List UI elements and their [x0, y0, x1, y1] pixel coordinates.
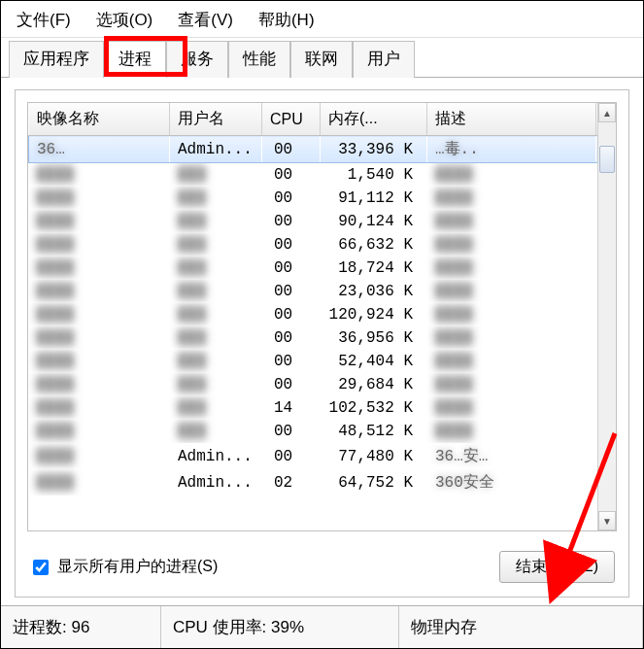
cell-image-name: ████ — [29, 373, 170, 396]
scrollbar-track[interactable] — [598, 122, 616, 511]
cell-user-name: ███ — [170, 350, 262, 373]
table-row[interactable]: ███████0048,512 K████ — [29, 420, 616, 443]
cell-user-name: Admin... — [170, 443, 262, 469]
cell-memory: 64,752 K — [321, 469, 427, 495]
table-row[interactable]: ███████0018,724 K████ — [29, 256, 616, 280]
table-row[interactable]: ███████0090,124 K████ — [29, 210, 616, 233]
tab-applications[interactable]: 应用程序 — [9, 41, 104, 78]
cell-description: ████ — [427, 280, 596, 303]
cell-image-name: ████ — [29, 420, 170, 443]
col-header-user[interactable]: 用户名 — [170, 103, 262, 136]
cell-cpu: 02 — [262, 469, 321, 495]
status-process-count: 进程数: 96 — [1, 606, 161, 648]
cell-memory: 36,956 K — [321, 326, 427, 350]
table-row[interactable]: ████Admin...0077,480 K36…安… — [29, 443, 616, 469]
status-process-label: 进程数: — [13, 618, 67, 636]
process-table: 映像名称 用户名 CPU 内存(... 描述 36…Admin...0033,3… — [28, 103, 616, 495]
tab-users[interactable]: 用户 — [353, 41, 415, 78]
cell-memory: 90,124 K — [321, 210, 427, 233]
processes-panel: 映像名称 用户名 CPU 内存(... 描述 36…Admin...0033,3… — [15, 89, 629, 598]
status-bar: 进程数: 96 CPU 使用率: 39% 物理内存 — [1, 605, 643, 648]
cell-image-name: ████ — [29, 443, 170, 469]
cell-memory: 52,404 K — [321, 350, 427, 373]
menubar: 文件(F) 选项(O) 查看(V) 帮助(H) — [1, 1, 643, 38]
table-row[interactable]: ███████0023,036 K████ — [29, 280, 616, 303]
col-header-cpu[interactable]: CPU — [262, 103, 321, 136]
cell-description: ████ — [427, 210, 596, 233]
table-header-row: 映像名称 用户名 CPU 内存(... 描述 — [29, 103, 616, 136]
table-row[interactable]: ███████0029,684 K████ — [29, 373, 616, 396]
cell-cpu: 00 — [262, 303, 321, 326]
table-row[interactable]: ███████0052,404 K████ — [29, 350, 616, 373]
cell-description: 36…安… — [427, 443, 596, 469]
table-row[interactable]: ███████0091,112 K████ — [29, 187, 616, 210]
status-cpu-usage: CPU 使用率: 39% — [161, 606, 399, 648]
cell-user-name: ███ — [170, 187, 262, 210]
status-process-value: 96 — [71, 618, 89, 636]
cell-cpu: 00 — [262, 210, 321, 233]
tab-networking[interactable]: 联网 — [290, 41, 353, 78]
cell-user-name: ███ — [170, 396, 262, 420]
cell-image-name: ████ — [29, 350, 170, 373]
table-row[interactable]: ███████00120,924 K████ — [29, 303, 616, 326]
menu-options[interactable]: 选项(O) — [90, 7, 159, 33]
cell-user-name: ███ — [170, 303, 262, 326]
scroll-down-arrow-icon[interactable]: ▼ — [598, 511, 616, 530]
col-header-description[interactable]: 描述 — [427, 103, 596, 136]
tab-services[interactable]: 服务 — [166, 41, 228, 78]
process-table-body: 36…Admin...0033,396 K…毒..███████001,540 … — [29, 136, 616, 496]
cell-cpu: 00 — [262, 420, 321, 443]
scroll-up-arrow-icon[interactable]: ▲ — [598, 103, 616, 122]
cell-memory: 18,724 K — [321, 256, 427, 280]
vertical-scrollbar[interactable]: ▲ ▼ — [597, 103, 616, 530]
tab-processes[interactable]: 进程 — [104, 41, 166, 78]
cell-memory: 66,632 K — [321, 233, 427, 256]
table-row[interactable]: 36…Admin...0033,396 K…毒.. — [29, 136, 616, 163]
cell-user-name: Admin... — [170, 136, 262, 163]
cell-image-name: ████ — [29, 280, 170, 303]
table-row[interactable]: ███████001,540 K████ — [29, 163, 616, 188]
table-row[interactable]: ███████0066,632 K████ — [29, 233, 616, 256]
cell-cpu: 00 — [262, 326, 321, 350]
menu-file[interactable]: 文件(F) — [11, 7, 77, 33]
status-cpu-label: CPU 使用率: — [173, 618, 266, 636]
cell-memory: 48,512 K — [321, 420, 427, 443]
scrollbar-thumb[interactable] — [599, 146, 615, 173]
cell-memory: 120,924 K — [321, 303, 427, 326]
menu-view[interactable]: 查看(V) — [172, 7, 239, 33]
cell-cpu: 00 — [262, 256, 321, 280]
tab-performance[interactable]: 性能 — [228, 41, 290, 78]
show-all-users-checkbox[interactable] — [33, 560, 49, 575]
col-header-image[interactable]: 映像名称 — [29, 103, 170, 136]
cell-description: ████ — [427, 233, 596, 256]
cell-image-name: ████ — [29, 396, 170, 420]
cell-image-name: ████ — [29, 187, 170, 210]
cell-description: 360安全 — [427, 469, 596, 495]
show-all-users-checkbox-label[interactable]: 显示所有用户的进程(S) — [29, 557, 218, 578]
cell-description: ████ — [427, 303, 596, 326]
cell-memory: 91,112 K — [321, 187, 427, 210]
table-row[interactable]: ███████0036,956 K████ — [29, 326, 616, 350]
cell-cpu: 00 — [262, 350, 321, 373]
cell-user-name: ███ — [170, 163, 262, 188]
menu-help[interactable]: 帮助(H) — [253, 7, 321, 33]
cell-image-name: ████ — [29, 469, 170, 495]
task-manager-window: 文件(F) 选项(O) 查看(V) 帮助(H) 应用程序 进程 服务 性能 联网… — [0, 0, 644, 649]
process-list-container: 映像名称 用户名 CPU 内存(... 描述 36…Admin...0033,3… — [27, 102, 617, 531]
cell-image-name: ████ — [29, 233, 170, 256]
cell-image-name: ████ — [29, 256, 170, 280]
cell-user-name: ███ — [170, 210, 262, 233]
end-process-button[interactable]: 结束进程(E) — [499, 551, 615, 583]
cell-image-name: ████ — [29, 326, 170, 350]
show-all-users-text: 显示所有用户的进程(S) — [57, 557, 218, 577]
status-mem-label: 物理内存 — [411, 618, 477, 636]
table-row[interactable]: ████Admin...0264,752 K360安全 — [29, 469, 616, 495]
cell-description: ████ — [427, 420, 596, 443]
cell-description: ████ — [427, 326, 596, 350]
cell-description: ████ — [427, 163, 596, 188]
tab-strip: 应用程序 进程 服务 性能 联网 用户 — [1, 38, 643, 78]
table-row[interactable]: ███████14102,532 K████ — [29, 396, 616, 420]
cell-image-name: ████ — [29, 210, 170, 233]
col-header-memory[interactable]: 内存(... — [321, 103, 427, 136]
cell-user-name: ███ — [170, 373, 262, 396]
